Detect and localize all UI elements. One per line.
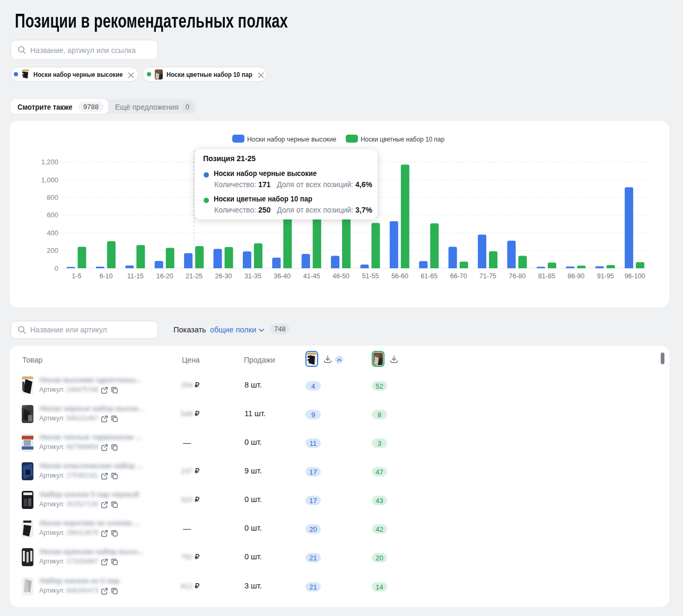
svg-text:1,000: 1,000 [41,176,58,184]
svg-text:21-25: 21-25 [186,272,203,280]
svg-text:96-100: 96-100 [625,272,645,280]
svg-text:71-75: 71-75 [479,272,496,280]
svg-text:31-35: 31-35 [244,272,261,280]
svg-text:46-50: 46-50 [332,272,349,280]
svg-text:41-45: 41-45 [303,272,320,280]
svg-text:11-15: 11-15 [127,272,144,280]
svg-text:76-80: 76-80 [509,272,526,280]
svg-text:81-85: 81-85 [538,272,555,280]
svg-text:1,200: 1,200 [41,158,58,166]
svg-text:1-5: 1-5 [72,272,81,280]
svg-text:600: 600 [47,211,58,219]
svg-text:400: 400 [47,229,58,237]
svg-text:26-30: 26-30 [215,272,232,280]
svg-text:91-95: 91-95 [597,272,614,280]
svg-text:16-20: 16-20 [156,272,173,280]
svg-text:6-10: 6-10 [99,272,112,280]
svg-text:86-90: 86-90 [567,272,584,280]
svg-text:51-55: 51-55 [362,272,379,280]
svg-text:36-40: 36-40 [274,272,291,280]
svg-text:800: 800 [47,193,58,201]
svg-text:66-70: 66-70 [450,272,467,280]
svg-text:56-60: 56-60 [391,272,408,280]
svg-text:0: 0 [55,265,58,272]
svg-text:200: 200 [47,247,58,254]
svg-text:61-65: 61-65 [421,272,437,280]
